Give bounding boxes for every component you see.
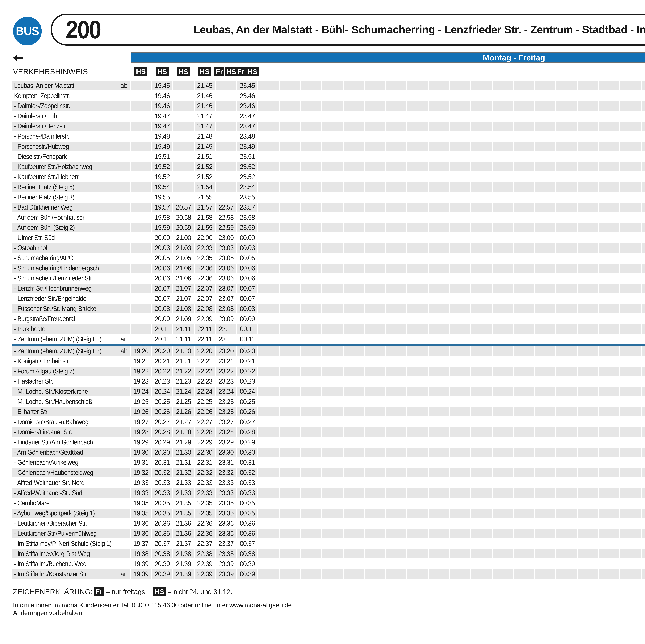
empty-cell (578, 294, 598, 303)
time-cell: 20.00 (152, 233, 172, 242)
time-cell: 21.48 (195, 132, 215, 141)
empty-cell (429, 367, 449, 376)
time-cell: 20.59 (173, 223, 194, 232)
empty-cell (514, 172, 534, 182)
empty-cell (365, 347, 385, 356)
empty-cell (642, 101, 645, 111)
empty-cell (471, 233, 492, 242)
time-cell (131, 233, 151, 242)
empty-cell (450, 91, 470, 100)
empty-cell (386, 377, 407, 386)
empty-cell (599, 152, 619, 161)
empty-cell (322, 549, 343, 559)
time-cell: 20.39 (152, 570, 172, 579)
empty-cell (280, 458, 300, 467)
empty-cell (620, 263, 641, 273)
empty-cell (471, 294, 492, 303)
empty-cell (344, 529, 364, 538)
time-cell (216, 193, 236, 202)
time-cell (216, 122, 236, 131)
empty-cell (322, 101, 343, 111)
empty-cell (280, 367, 300, 376)
empty-cell (301, 367, 321, 376)
empty-cell (280, 203, 300, 212)
empty-cell (599, 570, 619, 579)
empty-cell (578, 203, 598, 212)
empty-cell (450, 101, 470, 111)
empty-cell (258, 314, 279, 324)
time-cell: 19.25 (131, 397, 151, 406)
time-cell: 22.59 (216, 223, 236, 232)
empty-cell (344, 438, 364, 447)
time-cell: 23.09 (216, 314, 236, 324)
empty-cell (280, 263, 300, 273)
empty-cell (471, 397, 492, 406)
time-cell: 20.29 (152, 438, 172, 447)
empty-cell (599, 284, 619, 293)
time-cell: 19.57 (152, 203, 172, 212)
empty-cell (407, 223, 428, 232)
empty-cell (535, 468, 556, 477)
empty-cell (407, 448, 428, 457)
empty-cell (344, 172, 364, 182)
time-cell (216, 142, 236, 151)
time-cell: 21.06 (173, 263, 194, 273)
empty-cell (429, 539, 449, 548)
empty-cell (514, 223, 534, 232)
empty-cell (365, 397, 385, 406)
empty-cell (514, 294, 534, 303)
empty-cell (322, 387, 343, 396)
empty-cell (599, 91, 619, 100)
empty-cell (450, 122, 470, 131)
empty-cell (280, 407, 300, 416)
empty-cell (642, 203, 645, 212)
time-cell: 19.51 (152, 152, 172, 161)
table-row: - Daimler-/Zeppelinstr.19.4621.4623.46 (12, 101, 645, 111)
time-cell: 22.24 (195, 387, 215, 396)
empty-cell (557, 357, 577, 366)
empty-cell (514, 263, 534, 273)
empty-cell (557, 172, 577, 182)
empty-cell (365, 152, 385, 161)
empty-cell (492, 81, 513, 90)
time-cell: 00.31 (237, 458, 257, 467)
empty-cell (514, 458, 534, 467)
empty-cell (514, 132, 534, 141)
empty-cell (492, 549, 513, 559)
empty-cell (620, 478, 641, 487)
time-cell: 20.33 (152, 488, 172, 497)
empty-cell (407, 101, 428, 111)
empty-cell (578, 91, 598, 100)
empty-cell (620, 519, 641, 528)
time-cell: 23.11 (216, 324, 236, 334)
time-cell (173, 101, 194, 111)
empty-cell (450, 132, 470, 141)
empty-cell (492, 458, 513, 467)
empty-cell (429, 253, 449, 263)
time-cell: 20.30 (152, 448, 172, 457)
time-cell: 23.29 (216, 438, 236, 447)
empty-cell (578, 438, 598, 447)
empty-cell (578, 539, 598, 548)
empty-cell (301, 427, 321, 437)
empty-cell (450, 427, 470, 437)
empty-cell (620, 549, 641, 559)
empty-cell (535, 427, 556, 437)
time-cell: 20.36 (152, 519, 172, 528)
empty-cell (365, 335, 385, 344)
empty-cell (599, 263, 619, 273)
empty-cell (344, 335, 364, 344)
stop-name: - Dornier-/Lindauer Str. (14, 427, 72, 437)
empty-cell (429, 203, 449, 212)
empty-cell (514, 377, 534, 386)
empty-cell (578, 377, 598, 386)
empty-cell (301, 172, 321, 182)
empty-cell (301, 91, 321, 100)
time-cell: 19.52 (152, 162, 172, 172)
empty-cell (322, 132, 343, 141)
empty-cell (365, 142, 385, 151)
empty-cell (344, 367, 364, 376)
empty-cell (365, 438, 385, 447)
time-cell: 23.47 (237, 112, 257, 121)
time-cell: 21.00 (173, 233, 194, 242)
